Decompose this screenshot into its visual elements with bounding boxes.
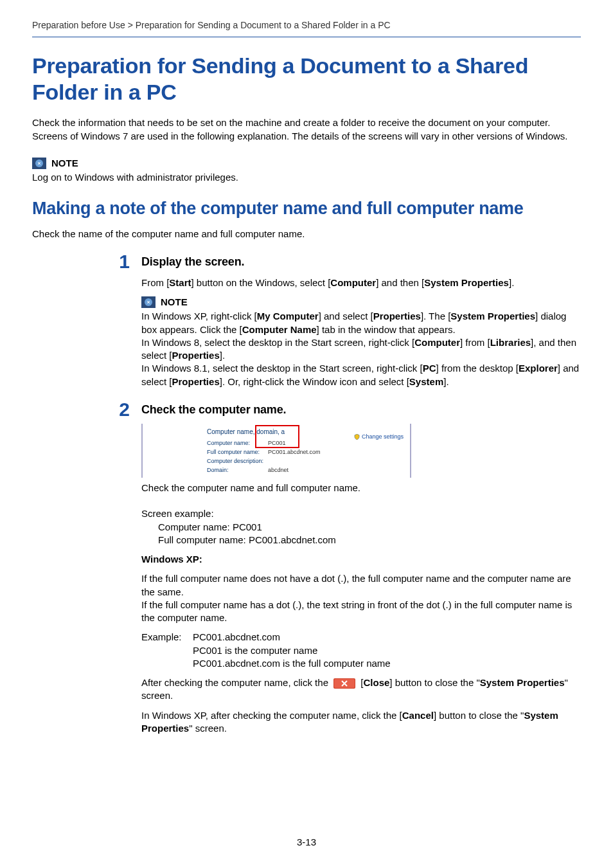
xp-paragraph-1: If the full computer name does not have … bbox=[141, 572, 581, 599]
close-instruction: After checking the computer name, click … bbox=[141, 676, 581, 703]
example-line-3: PC001.abcdnet.com is the full computer n… bbox=[193, 657, 391, 670]
step-2-after-ss: Check the computer name and full compute… bbox=[141, 482, 581, 494]
screen-example-line-2: Full computer name: PC001.abcdnet.com bbox=[158, 534, 581, 547]
page-title: Preparation for Sending a Document to a … bbox=[32, 53, 581, 105]
example-block: Example: PC001.abcdnet.com PC001 is the … bbox=[141, 631, 581, 670]
step-1-number: 1 bbox=[119, 251, 130, 272]
section-intro: Check the name of the computer name and … bbox=[32, 228, 581, 240]
system-properties-screenshot: Computer name, domain, a Computer name:P… bbox=[141, 424, 411, 478]
section-title: Making a note of the computer name and f… bbox=[32, 198, 581, 220]
step-2-title: Check the computer name. bbox=[141, 402, 581, 417]
note-body: Log on to Windows with administrator pri… bbox=[32, 171, 581, 184]
windows-xp-label: Windows XP: bbox=[141, 553, 581, 566]
page-number: 3-13 bbox=[0, 836, 613, 849]
note-label: NOTE bbox=[51, 157, 78, 170]
note-label: NOTE bbox=[161, 296, 188, 309]
step-1-note-header: NOTE bbox=[141, 296, 581, 309]
change-settings-link[interactable]: Change settings bbox=[354, 433, 404, 440]
step-1-title: Display the screen. bbox=[141, 254, 581, 269]
step-1-instruction: From [Start] button on the Windows, sele… bbox=[141, 276, 581, 289]
close-button-icon bbox=[333, 678, 355, 689]
step-1: 1 Display the screen. From [Start] butto… bbox=[32, 252, 581, 388]
note-icon bbox=[141, 296, 155, 308]
example-label: Example: bbox=[141, 631, 185, 670]
step-2: 2 Check the computer name. Computer name… bbox=[32, 400, 581, 741]
intro-paragraph: Check the information that needs to be s… bbox=[32, 116, 581, 143]
xp-close-instruction: In Windows XP, after checking the comput… bbox=[141, 709, 581, 736]
step-1-note-body: In Windows XP, right-click [My Computer]… bbox=[141, 310, 581, 388]
screen-example-label: Screen example: bbox=[141, 507, 581, 520]
note-header: NOTE bbox=[32, 157, 581, 170]
example-line-2: PC001 is the computer name bbox=[193, 644, 391, 657]
example-line-1: PC001.abcdnet.com bbox=[193, 631, 391, 644]
xp-paragraph-2: If the full computer name has a dot (.),… bbox=[141, 599, 581, 625]
breadcrumb: Preparation before Use > Preparation for… bbox=[32, 19, 581, 37]
screen-example-line-1: Computer name: PC001 bbox=[158, 521, 581, 534]
step-2-number: 2 bbox=[119, 399, 130, 420]
note-icon bbox=[32, 158, 46, 169]
shield-icon bbox=[354, 434, 360, 440]
